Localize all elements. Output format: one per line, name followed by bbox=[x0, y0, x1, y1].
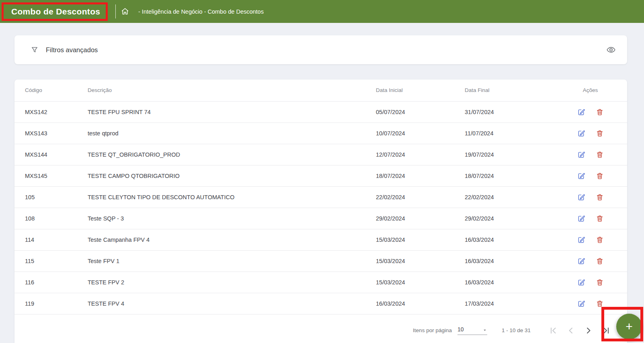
trash-icon[interactable] bbox=[596, 172, 604, 180]
cell-codigo: 105 bbox=[14, 186, 88, 208]
discount-combos-table-card: Código Descrição Data Inicial Data Final… bbox=[14, 80, 627, 343]
cell-data-inicial: 15/03/2024 bbox=[376, 229, 465, 250]
cell-data-inicial: 22/02/2024 bbox=[376, 186, 465, 208]
cell-codigo: MXS143 bbox=[14, 122, 88, 144]
cell-data-final: 22/02/2024 bbox=[465, 186, 554, 208]
edit-icon[interactable] bbox=[577, 172, 585, 180]
pager-buttons bbox=[548, 326, 611, 335]
cell-codigo: MXS145 bbox=[14, 165, 88, 186]
trash-icon[interactable] bbox=[596, 236, 604, 244]
table-row: 115 Teste FPV 1 15/03/2024 16/03/2024 bbox=[14, 250, 627, 272]
cell-descricao: Teste SQP - 3 bbox=[88, 208, 376, 229]
cell-acoes bbox=[554, 101, 627, 122]
cell-descricao: Teste Campanha FPV 4 bbox=[88, 229, 376, 250]
edit-icon[interactable] bbox=[577, 129, 585, 137]
header-divider bbox=[115, 4, 116, 18]
table-row: MXS143 teste qtprod 10/07/2024 11/07/202… bbox=[14, 122, 627, 144]
edit-icon[interactable] bbox=[577, 108, 585, 116]
trash-icon[interactable] bbox=[596, 214, 604, 223]
next-page-icon[interactable] bbox=[584, 326, 593, 335]
plus-icon: + bbox=[626, 321, 633, 333]
cell-codigo: 115 bbox=[14, 250, 88, 272]
edit-icon[interactable] bbox=[577, 214, 585, 223]
cell-data-final: 11/07/2024 bbox=[465, 122, 554, 144]
trash-icon[interactable] bbox=[596, 278, 604, 286]
home-icon[interactable] bbox=[121, 7, 129, 16]
cell-data-final: 16/03/2024 bbox=[465, 229, 554, 250]
table-row: 116 TESTE FPV 2 15/03/2024 16/03/2024 bbox=[14, 272, 627, 293]
cell-descricao: teste qtprod bbox=[88, 122, 376, 144]
cell-data-inicial: 05/07/2024 bbox=[376, 101, 465, 122]
last-page-icon[interactable] bbox=[601, 326, 611, 335]
trash-icon[interactable] bbox=[596, 151, 604, 159]
cell-data-final: 19/07/2024 bbox=[465, 144, 554, 165]
page-range-label: 1 - 10 de 31 bbox=[502, 327, 531, 333]
cell-data-inicial: 29/02/2024 bbox=[376, 208, 465, 229]
trash-icon[interactable] bbox=[596, 193, 604, 201]
cell-codigo: 114 bbox=[14, 229, 88, 250]
advanced-filters-label: Filtros avançados bbox=[46, 46, 98, 54]
table-row: 108 Teste SQP - 3 29/02/2024 29/02/2024 bbox=[14, 208, 627, 229]
cell-data-inicial: 15/03/2024 bbox=[376, 250, 465, 272]
edit-icon[interactable] bbox=[577, 193, 585, 201]
page-title: Combo de Descontos bbox=[11, 7, 100, 16]
cell-acoes bbox=[554, 250, 627, 272]
top-bar: Combo de Descontos - Inteligência de Neg… bbox=[0, 0, 644, 23]
trash-icon[interactable] bbox=[596, 108, 604, 116]
first-page-icon[interactable] bbox=[548, 326, 558, 335]
cell-data-final: 16/03/2024 bbox=[465, 250, 554, 272]
cell-data-inicial: 18/07/2024 bbox=[376, 165, 465, 186]
advanced-filters-bar[interactable]: Filtros avançados bbox=[14, 35, 627, 64]
table-body: MXS142 TESTE FPU SPRINT 74 05/07/2024 31… bbox=[14, 101, 627, 314]
cell-descricao: TESTE CAMPO QTOBRIGATORIO bbox=[88, 165, 376, 186]
cell-descricao: TESTE FPU SPRINT 74 bbox=[88, 101, 376, 122]
cell-acoes bbox=[554, 208, 627, 229]
chevron-down-icon bbox=[482, 328, 487, 333]
cell-data-inicial: 12/07/2024 bbox=[376, 144, 465, 165]
cell-descricao: TESTE FPV 2 bbox=[88, 272, 376, 293]
cell-data-inicial: 15/03/2024 bbox=[376, 272, 465, 293]
edit-icon[interactable] bbox=[577, 151, 585, 159]
trash-icon[interactable] bbox=[596, 300, 604, 308]
edit-icon[interactable] bbox=[577, 236, 585, 244]
cell-data-final: 31/07/2024 bbox=[465, 101, 554, 122]
table-header: Código Descrição Data Inicial Data Final… bbox=[14, 80, 627, 101]
cell-acoes bbox=[554, 186, 627, 208]
trash-icon[interactable] bbox=[596, 129, 604, 137]
cell-data-final: 16/03/2024 bbox=[465, 272, 554, 293]
items-per-page-value: 10 bbox=[457, 326, 464, 333]
cell-codigo: 108 bbox=[14, 208, 88, 229]
items-per-page-select[interactable]: 10 bbox=[457, 326, 487, 335]
add-combo-fab[interactable]: + bbox=[616, 314, 642, 339]
trash-icon[interactable] bbox=[596, 257, 604, 265]
edit-icon[interactable] bbox=[577, 257, 585, 265]
column-header-data-final: Data Final bbox=[465, 80, 554, 101]
cell-data-inicial: 16/03/2024 bbox=[376, 293, 465, 314]
cell-codigo: MXS144 bbox=[14, 144, 88, 165]
cell-data-final: 18/07/2024 bbox=[465, 165, 554, 186]
cell-acoes bbox=[554, 229, 627, 250]
cell-codigo: MXS142 bbox=[14, 101, 88, 122]
table-row: 119 TESTE FPV 4 16/03/2024 17/03/2024 bbox=[14, 293, 627, 314]
breadcrumb: - Inteligência de Negócio - Combo de Des… bbox=[138, 8, 264, 15]
column-header-codigo: Código bbox=[14, 80, 88, 101]
discount-combos-table: Código Descrição Data Inicial Data Final… bbox=[14, 80, 627, 314]
cell-codigo: 116 bbox=[14, 272, 88, 293]
cell-acoes bbox=[554, 165, 627, 186]
items-per-page-label: Itens por página bbox=[413, 327, 452, 333]
cell-data-final: 29/02/2024 bbox=[465, 208, 554, 229]
table-row: MXS144 TESTE QT_OBRIGATORIO_PROD 12/07/2… bbox=[14, 144, 627, 165]
edit-icon[interactable] bbox=[577, 278, 585, 286]
cell-acoes bbox=[554, 272, 627, 293]
table-row: MXS145 TESTE CAMPO QTOBRIGATORIO 18/07/2… bbox=[14, 165, 627, 186]
table-row: 114 Teste Campanha FPV 4 15/03/2024 16/0… bbox=[14, 229, 627, 250]
filter-funnel-icon bbox=[31, 46, 39, 54]
paginator: Itens por página 10 1 - 10 de 31 bbox=[14, 318, 627, 343]
cell-acoes bbox=[554, 144, 627, 165]
cell-descricao: TESTE FPV 4 bbox=[88, 293, 376, 314]
edit-icon[interactable] bbox=[577, 300, 585, 308]
cell-descricao: Teste FPV 1 bbox=[88, 250, 376, 272]
visibility-icon[interactable] bbox=[606, 45, 616, 55]
previous-page-icon[interactable] bbox=[566, 326, 576, 335]
column-header-data-inicial: Data Inicial bbox=[376, 80, 465, 101]
